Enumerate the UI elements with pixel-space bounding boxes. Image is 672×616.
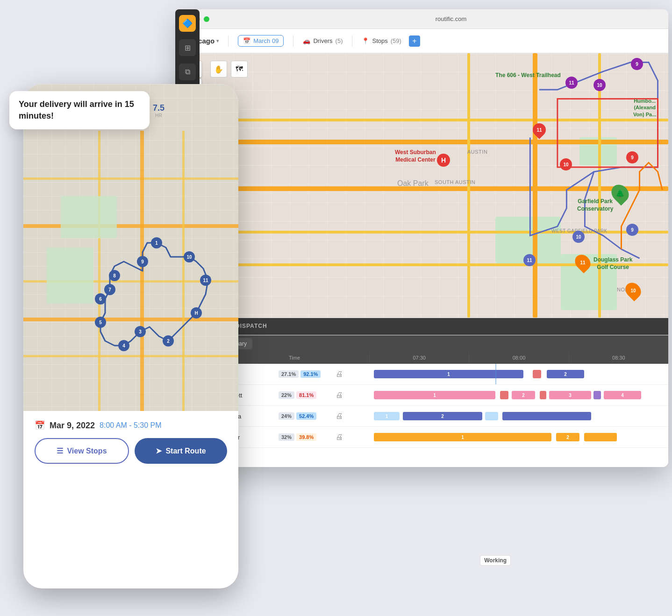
bar-seg-garrett-7: 4 [604, 391, 641, 399]
pct1-garrett: 22% [279, 391, 294, 399]
time-0830: 08:30 [569, 352, 668, 363]
car-icon: 🚗 [303, 37, 310, 44]
map-pin-11d[interactable]: 11 [576, 254, 590, 271]
bar-area-garrett: 🖨 1 2 3 4 [332, 385, 668, 405]
browser-url: routific.com [241, 15, 661, 22]
map-pin-9c[interactable]: 9 [626, 224, 638, 236]
mobile-hr-val: 7.5 [153, 103, 164, 113]
calendar-icon: 📅 [243, 37, 250, 44]
bar-seg-roger-3 [584, 433, 617, 441]
bar-seg-louisa-1: 1 [374, 412, 400, 420]
bar-seg-roger-1: 1 [374, 433, 551, 441]
layers-button[interactable]: 🗺 [231, 61, 248, 78]
pct2-garrett: 81.1% [296, 391, 316, 399]
driver-pct-alex: 27.1% 92.1% [276, 370, 332, 378]
timeline-grid: Driver Time 07:30 08:00 08:30 👁 [178, 352, 668, 467]
add-button[interactable]: + [409, 35, 420, 47]
time-0730: 07:30 [369, 352, 469, 363]
driver-pct-garrett: 22% 81.1% [276, 391, 332, 399]
drivers-item: 🚗 Drivers (5) [303, 37, 343, 44]
pct1-louisa: 24% [279, 412, 294, 420]
mobile-date: Mar 9, 2022 [50, 421, 95, 431]
notification-bubble: Your delivery will arrive in 15 minutes! [9, 91, 150, 129]
start-route-button[interactable]: ➤ Start Route [135, 438, 227, 464]
hospital-marker: H [437, 154, 450, 167]
timeline-time-markers: 07:30 08:00 08:30 [369, 352, 668, 363]
mobile-map: H 2 3 4 5 6 7 8 9 1 10 11 Chicago [23, 84, 238, 411]
view-stops-button[interactable]: ☰ View Stops [35, 438, 129, 464]
pct1-roger: 32% [279, 433, 294, 441]
time-line-alex [495, 364, 496, 384]
map-container: The 606 - West Trailhead AUSTIN SOUTH AU… [178, 53, 668, 318]
driver-pct-roger: 32% 39.8% [276, 433, 332, 441]
list-icon: ☰ [57, 446, 63, 455]
print-icon-alex[interactable]: 🖨 [336, 370, 343, 378]
pct1-alex: 27.1% [279, 370, 299, 378]
timeline-tabs: TIMELINE DISPATCH [178, 318, 668, 335]
mobile-app: H 2 3 4 5 6 7 8 9 1 10 11 Chicago [23, 84, 238, 588]
map-pin-10b[interactable]: 10 [560, 158, 572, 170]
pin-icon: 📍 [362, 37, 369, 44]
drivers-label: Drivers [313, 37, 332, 44]
timeline-panel: TIMELINE DISPATCH ⬇ Download Summary Dri… [178, 318, 668, 467]
road-v-main [533, 53, 537, 318]
driver-row-louisa: 👁 👤 ☰ Louisa 24% 52.4% 🖨 1 [178, 406, 668, 427]
timeline-header: Driver Time 07:30 08:00 08:30 [178, 352, 668, 364]
arrow-icon: ➤ [156, 446, 162, 455]
bar-seg-louisa-2: 2 [403, 412, 482, 420]
stops-label: Stops [372, 37, 387, 44]
topbar-divider-1 [228, 35, 229, 47]
driver-row-alex: 👁 👤 ☰ Alex 27.1% 92.1% 🖨 1 [178, 364, 668, 385]
pct2-louisa: 52.4% [296, 412, 316, 420]
map-pin-11c[interactable]: 11 [523, 254, 536, 266]
map-pin-10a[interactable]: 10 [593, 79, 606, 91]
print-icon-garrett[interactable]: 🖨 [336, 391, 343, 399]
browser-chrome: routific.com [178, 9, 668, 29]
start-route-label: Start Route [165, 447, 206, 455]
bar-seg-louisa-4 [502, 412, 591, 420]
browser-dot-green[interactable] [204, 16, 209, 22]
pct2-alex: 92.1% [300, 370, 321, 378]
bar-area-louisa: 🖨 1 2 [332, 406, 668, 426]
notification-text: Your delivery will arrive in 15 minutes! [19, 99, 140, 122]
chevron-down-icon: ▾ [216, 38, 219, 43]
map-pin-green-tree[interactable]: 🌲 [612, 184, 628, 203]
hand-tool-button[interactable]: ✋ [210, 61, 227, 78]
print-icon-louisa[interactable]: 🖨 [336, 412, 343, 420]
date-label: March 09 [253, 37, 279, 44]
driver-row-garrett: 👁 👤 ☰ Garrett 22% 81.1% 🖨 1 [178, 385, 668, 406]
timeline-toolbar: ⬇ Download Summary [178, 335, 668, 352]
map-pin-10d[interactable]: 10 [626, 282, 640, 299]
view-stops-label: View Stops [67, 447, 107, 455]
bar-seg-louisa-3 [485, 412, 498, 420]
time-0800: 08:00 [469, 352, 568, 363]
drivers-count: (5) [336, 37, 343, 44]
road-h-lower [178, 263, 668, 266]
sidebar-copy-button[interactable]: ⧉ [179, 64, 196, 80]
road-h-290 [178, 186, 668, 191]
map-pin-11a[interactable]: 11 [565, 77, 578, 89]
print-icon-roger[interactable]: 🖨 [336, 433, 343, 441]
map-pin-10c[interactable]: 10 [572, 231, 585, 243]
driver-pct-louisa: 24% 52.4% [276, 412, 332, 420]
col-time-header: Time [276, 352, 313, 363]
bar-seg-garrett-3: 2 [512, 391, 535, 399]
bar-seg-garrett-2 [500, 391, 508, 399]
map-pin-11b[interactable]: 11 [533, 123, 546, 136]
map-pin-9a[interactable]: 9 [631, 58, 643, 70]
road-v-2 [467, 53, 470, 318]
stops-item: 📍 Stops (59) [362, 37, 401, 44]
app-topbar: Chicago ▾ 📅 March 09 🚗 Drivers (5) 📍 Sto… [178, 29, 668, 53]
date-badge[interactable]: 📅 March 09 [238, 35, 284, 47]
road-v-3 [598, 53, 601, 318]
mobile-hr-label: HR [153, 113, 164, 118]
bar-seg-alex-2 [533, 370, 541, 378]
road-h-64 [178, 119, 668, 121]
sidebar-layers-button[interactable]: ⊞ [179, 39, 196, 56]
bar-seg-alex-1: 1 [374, 370, 523, 378]
topbar-divider-2 [293, 35, 293, 47]
map-pin-9b[interactable]: 9 [626, 151, 638, 163]
road-h-50 [178, 140, 668, 144]
bar-seg-garrett-4 [540, 391, 546, 399]
browser-window: routific.com Chicago ▾ 📅 March 09 🚗 Driv… [178, 9, 668, 467]
